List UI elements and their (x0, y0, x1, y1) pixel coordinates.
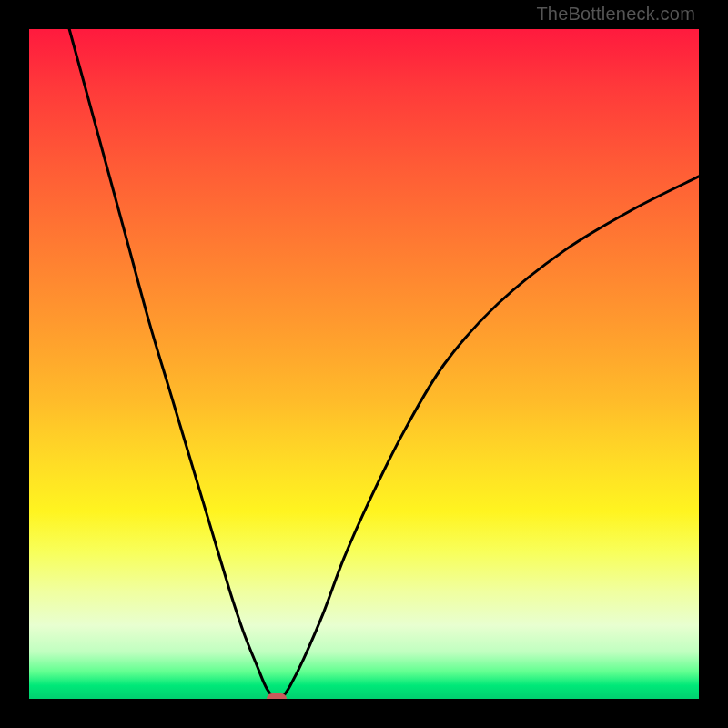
plot-area (29, 29, 699, 699)
curve-svg (29, 29, 699, 699)
chart-frame: TheBottleneck.com (0, 0, 728, 728)
bottleneck-curve (69, 29, 699, 699)
optimal-point-marker (267, 693, 287, 699)
watermark-text: TheBottleneck.com (536, 4, 695, 25)
